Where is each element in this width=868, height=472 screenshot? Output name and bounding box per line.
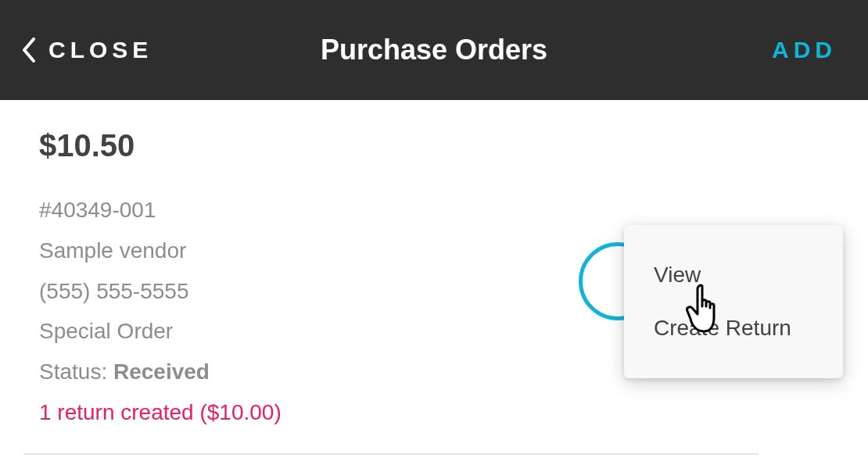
create-return-option[interactable]: Create Return xyxy=(624,302,843,355)
order-amount: $10.50 xyxy=(39,128,829,163)
close-label: CLOSE xyxy=(48,37,152,63)
app-header: CLOSE Purchase Orders ADD xyxy=(0,0,868,100)
view-option[interactable]: View xyxy=(624,249,843,302)
status-value: Received xyxy=(113,359,210,384)
divider xyxy=(23,453,759,455)
status-label: Status: xyxy=(39,359,113,384)
page-title: Purchase Orders xyxy=(321,34,547,66)
action-popup: View Create Return xyxy=(624,225,843,378)
close-button[interactable]: CLOSE xyxy=(22,37,152,63)
chevron-left-icon xyxy=(22,38,36,63)
return-created-info: 1 return created ($10.00) xyxy=(39,392,829,433)
add-button[interactable]: ADD xyxy=(772,37,837,63)
